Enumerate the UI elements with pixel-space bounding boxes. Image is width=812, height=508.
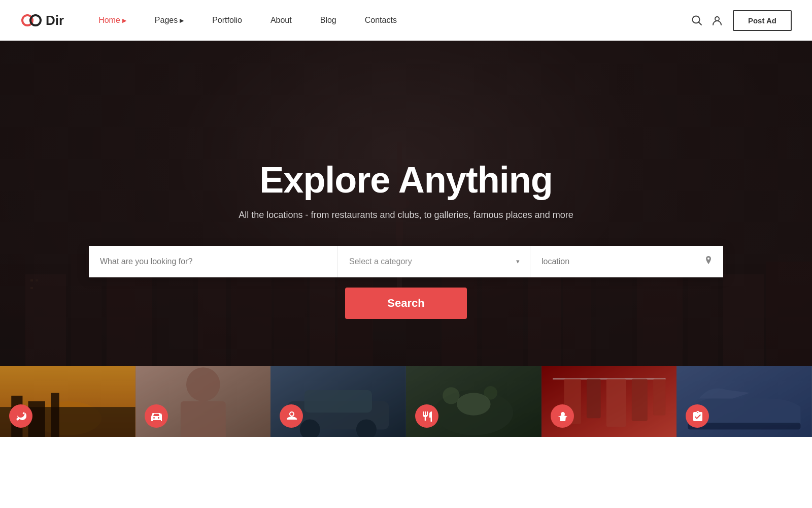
svg-point-4 bbox=[715, 17, 719, 21]
search-icon bbox=[691, 15, 702, 26]
card2-badge bbox=[145, 404, 168, 428]
nav-link-about[interactable]: About bbox=[256, 16, 306, 25]
wrench-icon bbox=[15, 410, 26, 422]
location-input[interactable] bbox=[542, 257, 712, 266]
card-item-4[interactable] bbox=[406, 366, 542, 437]
nav-icons bbox=[691, 15, 723, 26]
keyword-input[interactable] bbox=[100, 257, 326, 266]
hero-section: Explore Anything All the locations - fro… bbox=[0, 41, 812, 437]
card-item-6[interactable] bbox=[676, 366, 812, 437]
hero-content: Explore Anything All the locations - fro… bbox=[0, 159, 812, 319]
nav-link-contacts[interactable]: Contacts bbox=[351, 16, 411, 25]
keyword-input-wrap bbox=[89, 246, 337, 277]
search-bar: Select a category Restaurants Hotels Sho… bbox=[86, 246, 726, 277]
category-cards-strip bbox=[0, 366, 812, 437]
car-icon bbox=[151, 410, 162, 422]
restaurant-icon bbox=[421, 410, 432, 422]
logo-text: Dir bbox=[46, 13, 64, 28]
location-pin-icon bbox=[704, 256, 713, 267]
user-icon bbox=[712, 15, 723, 26]
category-select[interactable]: Select a category Restaurants Hotels Sho… bbox=[349, 257, 519, 266]
logo-icon bbox=[20, 9, 43, 31]
fashion-icon bbox=[557, 410, 568, 422]
search-button[interactable]: Search bbox=[345, 288, 467, 319]
navbar: Dir Home ▶ Pages ▶ Portfolio About Blog … bbox=[0, 0, 812, 41]
nav-link-portfolio[interactable]: Portfolio bbox=[198, 16, 256, 25]
post-ad-button[interactable]: Post Ad bbox=[733, 10, 792, 31]
card-item-3[interactable] bbox=[270, 366, 406, 437]
category-select-wrap: Select a category Restaurants Hotels Sho… bbox=[337, 246, 530, 277]
nav-link-blog[interactable]: Blog bbox=[306, 16, 351, 25]
card-item-2[interactable] bbox=[136, 366, 271, 437]
card1-badge bbox=[9, 404, 32, 428]
search-button-container: Search bbox=[20, 288, 792, 319]
card5-badge bbox=[551, 404, 574, 428]
user-icon-button[interactable] bbox=[712, 15, 723, 26]
hero-subtitle: All the locations - from restaurants and… bbox=[20, 210, 792, 220]
card-item-1[interactable] bbox=[0, 366, 136, 437]
location-input-wrap bbox=[530, 246, 723, 277]
nav-links: Home ▶ Pages ▶ Portfolio About Blog Cont… bbox=[84, 16, 691, 25]
checklist-icon bbox=[692, 410, 703, 422]
svg-line-3 bbox=[698, 22, 701, 25]
card4-badge bbox=[415, 404, 438, 428]
search-icon-button[interactable] bbox=[691, 15, 702, 26]
pages-arrow-icon: ▶ bbox=[180, 17, 184, 24]
card-item-5[interactable] bbox=[542, 366, 677, 437]
apple-icon bbox=[286, 410, 297, 422]
home-arrow-icon: ▶ bbox=[122, 17, 126, 24]
nav-link-home[interactable]: Home ▶ bbox=[84, 16, 141, 25]
nav-link-pages[interactable]: Pages ▶ bbox=[141, 16, 198, 25]
logo-link[interactable]: Dir bbox=[20, 9, 64, 31]
svg-point-30 bbox=[707, 258, 709, 260]
hero-title: Explore Anything bbox=[20, 159, 792, 201]
